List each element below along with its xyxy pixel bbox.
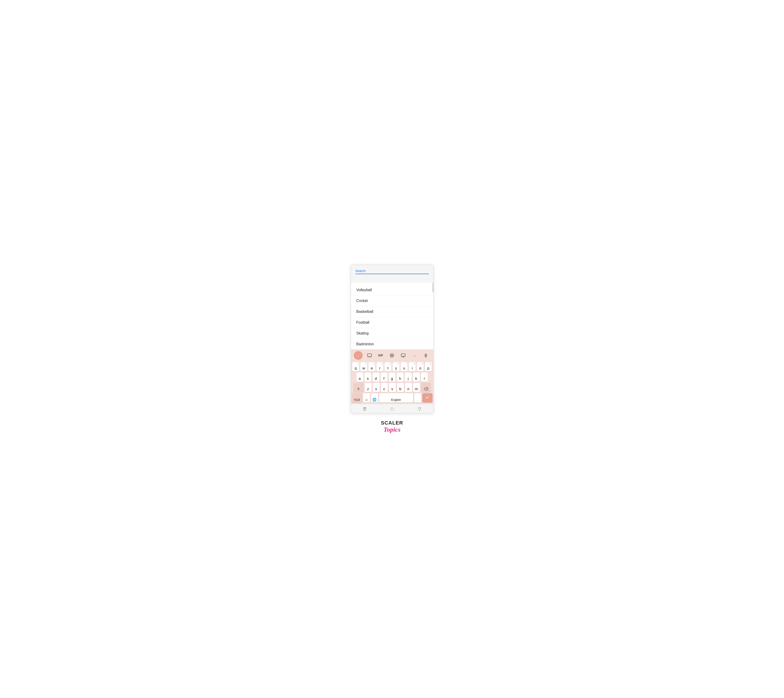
key-p[interactable]: 0p [425,362,432,371]
list-item-skating[interactable]: Skating [351,328,433,339]
key-backspace[interactable] [421,383,431,392]
key-c[interactable]: c [381,383,388,392]
key-b[interactable]: b [397,383,404,392]
key-u[interactable]: 7u [401,362,408,371]
key-v[interactable]: v [389,383,396,392]
key-a[interactable]: a [357,372,363,382]
keyboard-more-button[interactable]: ··· [410,351,419,360]
key-num123[interactable]: ?123 [352,393,362,402]
key-z[interactable]: z [365,383,371,392]
key-y[interactable]: 6y [393,362,399,371]
key-row-3: z x c v b n m [352,383,432,392]
key-e[interactable]: 3e [368,362,375,371]
key-dot[interactable]: . [414,393,421,402]
branding: SCALER Topics [381,420,403,433]
key-d[interactable]: d [373,372,380,382]
key-w[interactable]: 2w [360,362,367,371]
list-wrapper: Volleyball Cricket Basketball Football S… [351,283,433,349]
key-emoji[interactable]: ☺ [363,393,370,402]
svg-rect-2 [401,354,405,357]
key-t[interactable]: 5t [385,362,391,371]
key-j[interactable]: j [405,372,412,382]
key-f[interactable]: f [381,372,388,382]
search-underline [355,274,429,274]
nav-menu-icon[interactable]: ☰ [363,407,366,412]
key-i[interactable]: 8i [409,362,416,371]
key-m[interactable]: m [413,383,420,392]
keyboard-back-button[interactable]: ‹ [354,351,363,360]
nav-home-icon[interactable]: □ [391,407,393,412]
key-k[interactable]: k [413,372,420,382]
key-n[interactable]: n [405,383,412,392]
list-item-volleyball[interactable]: Volleyball [351,285,433,296]
key-shift[interactable] [353,383,363,392]
list-item-badminton[interactable]: Badminton [351,339,433,349]
phone-container: Search Volleyball Cricket Basketball Foo… [351,265,434,413]
search-label: Search [355,269,429,273]
keyboard-gif-button[interactable]: GIF [376,351,385,360]
branding-scaler: SCALER [381,420,403,426]
key-enter[interactable] [422,393,432,402]
key-row-2: a s d f g h j k l [352,372,432,382]
svg-point-1 [391,355,393,356]
nav-back-icon[interactable]: ▽ [418,407,421,412]
key-r[interactable]: 4r [376,362,383,371]
key-globe[interactable]: 🌐 [371,393,378,402]
scrollbar [432,283,433,292]
list-area: Volleyball Cricket Basketball Football S… [351,283,433,349]
key-q[interactable]: 1q [352,362,359,371]
keyboard-settings-button[interactable] [388,351,396,360]
keyboard-toolbar: ‹ GIF ··· [351,349,433,361]
key-row-4: ?123 ☺ 🌐 English . [352,393,432,402]
key-s[interactable]: s [365,372,371,382]
key-space[interactable]: English [379,393,413,402]
keyboard-translate-button[interactable] [399,351,408,360]
list-item-cricket[interactable]: Cricket [351,296,433,306]
key-row-1: 1q 2w 3e 4r 5t 6y 7u 8i 9o 0p [352,362,432,371]
list-item-basketball[interactable]: Basketball [351,306,433,317]
key-h[interactable]: h [397,372,404,382]
branding-topics: Topics [381,426,403,433]
key-x[interactable]: x [373,383,380,392]
search-area: Search [351,265,433,283]
keyboard-area: 1q 2w 3e 4r 5t 6y 7u 8i 9o 0p a s d f g … [351,361,433,404]
key-o[interactable]: 9o [417,362,424,371]
key-g[interactable]: g [389,372,396,382]
keyboard-emoji-button[interactable] [365,351,374,360]
keyboard-mic-button[interactable] [421,351,430,360]
key-l[interactable]: l [421,372,428,382]
list-item-football[interactable]: Football [351,317,433,328]
svg-rect-5 [425,354,426,356]
nav-bar: ☰ □ ▽ [351,404,433,413]
